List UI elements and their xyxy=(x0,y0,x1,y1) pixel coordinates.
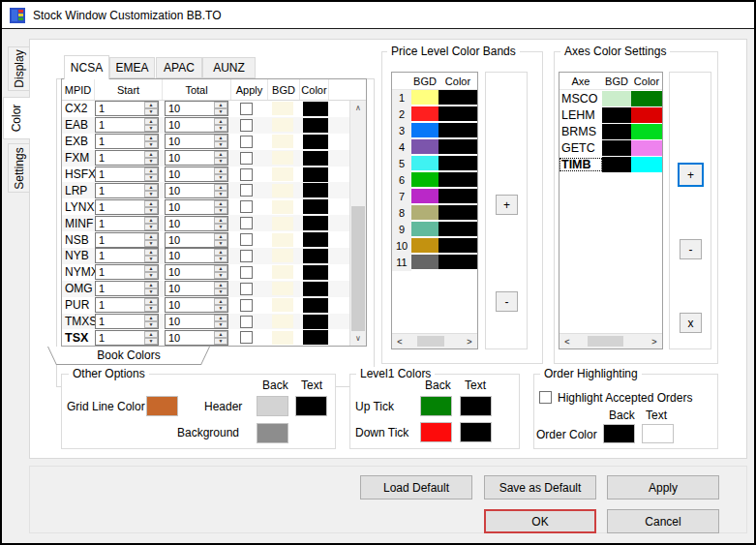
bgd-swatch[interactable] xyxy=(411,222,438,237)
axis-row[interactable]: LEHM xyxy=(559,106,662,123)
axe-label[interactable]: BRMS xyxy=(559,125,602,138)
color-swatch[interactable] xyxy=(303,135,328,149)
total-value[interactable]: 10 xyxy=(166,249,214,262)
start-spinner[interactable]: 1 ▲ ▼ xyxy=(95,101,159,116)
color-swatch[interactable] xyxy=(438,205,477,221)
start-spinner[interactable]: 1 ▲ ▼ xyxy=(95,134,159,149)
total-spinner[interactable]: 10 ▲ ▼ xyxy=(165,216,228,231)
start-spinner[interactable]: 1 ▲ ▼ xyxy=(95,216,159,231)
start-spinner[interactable]: 1 ▲ ▼ xyxy=(95,232,159,248)
tab-display[interactable]: Display xyxy=(8,46,30,91)
total-value[interactable]: 10 xyxy=(166,118,214,132)
spin-down-icon[interactable]: ▼ xyxy=(144,305,158,312)
apply-checkbox[interactable] xyxy=(240,331,253,344)
color-swatch[interactable] xyxy=(631,91,662,106)
spin-down-icon[interactable]: ▼ xyxy=(144,338,158,345)
total-spinner[interactable]: 10 ▲ ▼ xyxy=(165,297,228,313)
start-spinner[interactable]: 1 ▲ ▼ xyxy=(95,297,159,313)
spin-down-icon[interactable]: ▼ xyxy=(214,125,227,132)
axis-row[interactable]: GETC xyxy=(559,139,662,156)
spin-up-icon[interactable]: ▲ xyxy=(214,233,227,240)
header-back-swatch[interactable] xyxy=(257,396,288,416)
spin-up-icon[interactable]: ▲ xyxy=(214,184,227,191)
start-value[interactable]: 1 xyxy=(96,135,144,148)
start-spinner[interactable]: 1 ▲ ▼ xyxy=(95,314,159,329)
start-spinner[interactable]: 1 ▲ ▼ xyxy=(95,264,159,280)
start-spinner[interactable]: 1 ▲ ▼ xyxy=(95,167,159,182)
scroll-down-icon[interactable]: ∨ xyxy=(350,331,366,346)
scroll-right-icon[interactable]: > xyxy=(647,337,662,347)
apply-checkbox[interactable] xyxy=(240,119,253,132)
spin-down-icon[interactable]: ▼ xyxy=(214,288,227,295)
total-spinner[interactable]: 10 ▲ ▼ xyxy=(165,150,228,166)
start-value[interactable]: 1 xyxy=(96,233,144,247)
book-colors-sheet-tab[interactable]: Book Colors xyxy=(47,347,210,365)
spin-down-icon[interactable]: ▼ xyxy=(214,321,227,328)
total-spinner[interactable]: 10 ▲ ▼ xyxy=(165,264,228,280)
start-value[interactable]: 1 xyxy=(96,184,144,197)
total-spinner[interactable]: 10 ▲ ▼ xyxy=(165,167,228,182)
total-value[interactable]: 10 xyxy=(166,135,214,148)
spin-down-icon[interactable]: ▼ xyxy=(214,338,227,345)
spin-up-icon[interactable]: ▲ xyxy=(144,265,158,272)
title-bar[interactable]: Stock Window Customization BB.TO xyxy=(2,2,754,29)
apply-button[interactable]: Apply xyxy=(607,475,719,500)
apply-checkbox[interactable] xyxy=(240,152,253,165)
spin-up-icon[interactable]: ▲ xyxy=(214,102,227,108)
start-value[interactable]: 1 xyxy=(96,298,144,312)
grid-line-color-swatch[interactable] xyxy=(146,396,178,416)
spin-up-icon[interactable]: ▲ xyxy=(214,167,227,174)
color-swatch[interactable] xyxy=(303,216,328,230)
spin-down-icon[interactable]: ▼ xyxy=(214,305,227,312)
remove-axis-button[interactable]: - xyxy=(680,239,702,259)
start-value[interactable]: 1 xyxy=(96,102,144,115)
apply-checkbox[interactable] xyxy=(240,233,253,246)
spin-up-icon[interactable]: ▲ xyxy=(144,151,158,158)
start-spinner[interactable]: 1 ▲ ▼ xyxy=(95,281,159,296)
start-value[interactable]: 1 xyxy=(96,200,144,214)
total-spinner[interactable]: 10 ▲ ▼ xyxy=(165,134,228,149)
bgd-swatch[interactable] xyxy=(602,124,631,139)
up-tick-text-swatch[interactable] xyxy=(460,396,492,416)
bgd-swatch[interactable] xyxy=(272,217,293,230)
total-value[interactable]: 10 xyxy=(166,217,214,230)
color-swatch[interactable] xyxy=(438,189,477,204)
scroll-up-icon[interactable]: ∧ xyxy=(350,101,366,115)
spin-up-icon[interactable]: ▲ xyxy=(214,331,227,338)
bgd-swatch[interactable] xyxy=(411,205,438,221)
spin-up-icon[interactable]: ▲ xyxy=(144,102,158,108)
start-value[interactable]: 1 xyxy=(96,331,144,345)
total-spinner[interactable]: 10 ▲ ▼ xyxy=(165,101,228,116)
spin-down-icon[interactable]: ▼ xyxy=(144,240,158,247)
tab-apac[interactable]: APAC xyxy=(156,57,202,78)
bgd-swatch[interactable] xyxy=(272,249,293,262)
color-swatch[interactable] xyxy=(303,102,328,116)
color-swatch[interactable] xyxy=(303,315,328,329)
spin-up-icon[interactable]: ▲ xyxy=(144,233,158,240)
delete-axis-button[interactable]: x xyxy=(680,313,702,333)
bgd-swatch[interactable] xyxy=(272,331,293,345)
color-swatch[interactable] xyxy=(303,199,328,214)
start-value[interactable]: 1 xyxy=(96,265,144,279)
add-band-button[interactable]: + xyxy=(496,195,518,215)
tab-ncsa[interactable]: NCSA xyxy=(64,55,109,79)
spin-up-icon[interactable]: ▲ xyxy=(144,118,158,125)
start-value[interactable]: 1 xyxy=(96,167,144,181)
total-spinner[interactable]: 10 ▲ ▼ xyxy=(165,314,228,329)
bgd-swatch[interactable] xyxy=(602,140,631,156)
total-value[interactable]: 10 xyxy=(166,184,214,197)
axis-row[interactable]: BRMS xyxy=(559,123,662,139)
color-swatch[interactable] xyxy=(438,90,477,106)
background-swatch[interactable] xyxy=(257,423,288,443)
tab-color[interactable]: Color xyxy=(3,97,30,139)
spin-down-icon[interactable]: ▼ xyxy=(214,224,227,230)
bgd-swatch[interactable] xyxy=(272,315,293,328)
highlight-accepted-orders-checkbox[interactable] xyxy=(539,391,552,404)
apply-checkbox[interactable] xyxy=(240,103,253,115)
bgd-swatch[interactable] xyxy=(411,106,438,122)
tab-emea[interactable]: EMEA xyxy=(109,57,155,78)
color-swatch[interactable] xyxy=(631,107,662,123)
spin-down-icon[interactable]: ▼ xyxy=(214,256,227,262)
scroll-right-icon[interactable]: > xyxy=(462,337,477,347)
apply-checkbox[interactable] xyxy=(240,316,253,328)
